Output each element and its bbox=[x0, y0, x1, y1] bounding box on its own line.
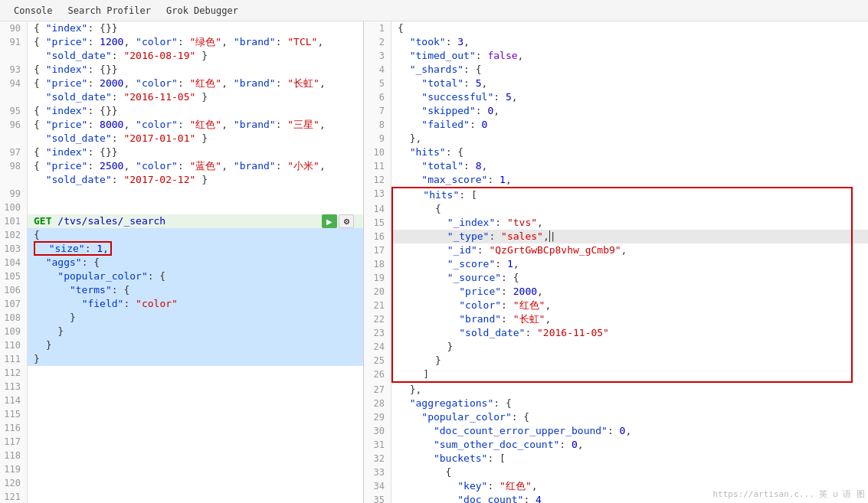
line-content: "sold_date": "2016-11-05" } bbox=[28, 90, 363, 104]
left-line-96[interactable]: 96{ "price": 8000, "color": "红色", "brand… bbox=[0, 118, 363, 132]
right-line-number: 22 bbox=[364, 312, 391, 326]
right-line-8: 8 "failed": 0 bbox=[364, 118, 868, 132]
left-line-2[interactable]: "sold_date": "2016-08-19" } bbox=[0, 49, 363, 63]
right-line-number: 34 bbox=[364, 479, 391, 493]
left-line-101[interactable]: 101GET /tvs/sales/_search▶⚙ bbox=[0, 214, 363, 228]
right-line-number: 24 bbox=[364, 340, 391, 354]
left-line-104[interactable]: 104 "aggs": { bbox=[0, 256, 363, 269]
right-line-17: 17 "_id": "QzGrtGwBCp8vhw_gCmb9", bbox=[364, 243, 868, 257]
right-line-32: 32 "buckets": [ bbox=[364, 452, 868, 465]
left-line-93[interactable]: 93{ "index": {}} bbox=[0, 63, 363, 77]
right-line-4: 4 "_shards": { bbox=[364, 63, 868, 77]
tab-grok-debugger[interactable]: Grok Debugger bbox=[159, 2, 246, 19]
line-content: { "price": 2500, "color": "蓝色", "brand":… bbox=[28, 159, 363, 173]
right-line-content: } bbox=[391, 340, 853, 354]
line-content bbox=[28, 490, 363, 503]
right-line-content: { bbox=[391, 465, 868, 479]
right-output-panel: 1{2 "took": 3,3 "timed_out": false,4 "_s… bbox=[364, 21, 868, 503]
left-line-98[interactable]: 98{ "price": 2500, "color": "蓝色", "brand… bbox=[0, 159, 363, 173]
right-line-7: 7 "skipped": 0, bbox=[364, 104, 868, 118]
left-line-11[interactable]: "sold_date": "2017-02-12" } bbox=[0, 173, 363, 187]
right-code-area[interactable]: 1{2 "took": 3,3 "timed_out": false,4 "_s… bbox=[364, 21, 868, 503]
line-number: 109 bbox=[0, 325, 28, 338]
left-line-114[interactable]: 114 bbox=[0, 394, 363, 407]
left-line-100[interactable]: 100 bbox=[0, 201, 363, 214]
left-line-103[interactable]: 103 "size": 1, bbox=[0, 242, 363, 256]
line-content bbox=[28, 462, 363, 476]
line-number: 105 bbox=[0, 269, 28, 283]
right-line-24: 24 } bbox=[364, 340, 868, 354]
line-content bbox=[28, 476, 363, 490]
left-line-95[interactable]: 95{ "index": {}} bbox=[0, 104, 363, 118]
left-code-area[interactable]: 90{ "index": {}}91{ "price": 1200, "colo… bbox=[0, 21, 363, 503]
right-line-content: "doc_count_error_upper_bound": 0, bbox=[391, 424, 868, 438]
left-line-97[interactable]: 97{ "index": {}} bbox=[0, 145, 363, 159]
right-line-31: 31 "sum_other_doc_count": 0, bbox=[364, 438, 868, 452]
line-content: "sold_date": "2016-08-19" } bbox=[28, 49, 363, 63]
left-line-113[interactable]: 113 bbox=[0, 380, 363, 394]
line-number bbox=[0, 49, 28, 63]
tab-search-profiler[interactable]: Search Profiler bbox=[61, 2, 159, 19]
left-line-105[interactable]: 105 "popular_color": { bbox=[0, 269, 363, 283]
right-line-number: 8 bbox=[364, 118, 391, 132]
left-line-117[interactable]: 117 bbox=[0, 435, 363, 449]
right-line-23: 23 "sold_date": "2016-11-05" bbox=[364, 326, 868, 340]
left-line-91[interactable]: 91{ "price": 1200, "color": "绿色", "brand… bbox=[0, 35, 363, 49]
right-line-number: 7 bbox=[364, 104, 391, 118]
right-line-content: "_index": "tvs", bbox=[391, 216, 853, 230]
line-number: 107 bbox=[0, 297, 28, 311]
line-number: 91 bbox=[0, 35, 28, 49]
left-line-99[interactable]: 99 bbox=[0, 187, 363, 201]
line-number bbox=[0, 90, 28, 104]
left-line-119[interactable]: 119 bbox=[0, 462, 363, 476]
line-content bbox=[28, 421, 363, 435]
line-content: { "index": {}} bbox=[28, 63, 363, 77]
right-line-content: "sum_other_doc_count": 0, bbox=[391, 438, 868, 452]
right-line-number: 19 bbox=[364, 271, 391, 285]
left-line-115[interactable]: 115 bbox=[0, 407, 363, 421]
left-line-109[interactable]: 109 } bbox=[0, 325, 363, 338]
left-line-106[interactable]: 106 "terms": { bbox=[0, 283, 363, 297]
run-button[interactable]: ▶ bbox=[322, 214, 337, 228]
line-number: 93 bbox=[0, 63, 28, 77]
line-number: 97 bbox=[0, 145, 28, 159]
right-line-content: "total": 5, bbox=[391, 77, 868, 90]
right-line-content: "brand": "长虹", bbox=[391, 312, 853, 326]
right-line-number: 17 bbox=[364, 243, 391, 257]
right-line-1: 1{ bbox=[364, 21, 868, 35]
right-line-number: 2 bbox=[364, 35, 391, 49]
right-line-content: }, bbox=[391, 132, 868, 145]
right-line-12: 12 "max_score": 1, bbox=[364, 173, 868, 187]
left-line-8[interactable]: "sold_date": "2017-01-01" } bbox=[0, 132, 363, 145]
left-line-108[interactable]: 108 } bbox=[0, 311, 363, 325]
line-number: 95 bbox=[0, 104, 28, 118]
right-line-30: 30 "doc_count_error_upper_bound": 0, bbox=[364, 424, 868, 438]
left-line-112[interactable]: 112 bbox=[0, 366, 363, 380]
left-line-107[interactable]: 107 "field": "color" bbox=[0, 297, 363, 311]
left-line-120[interactable]: 120 bbox=[0, 476, 363, 490]
left-line-90[interactable]: 90{ "index": {}} bbox=[0, 21, 363, 35]
left-line-116[interactable]: 116 bbox=[0, 421, 363, 435]
line-number: 113 bbox=[0, 380, 28, 394]
right-line-number: 20 bbox=[364, 285, 391, 299]
left-line-111[interactable]: 111} bbox=[0, 352, 363, 366]
right-line-14: 14 { bbox=[364, 202, 868, 216]
right-line-25: 25 } bbox=[364, 354, 868, 367]
right-line-22: 22 "brand": "长虹", bbox=[364, 312, 868, 326]
line-number: 114 bbox=[0, 394, 28, 407]
left-line-121[interactable]: 121 bbox=[0, 490, 363, 503]
left-line-110[interactable]: 110 } bbox=[0, 338, 363, 352]
left-line-5[interactable]: "sold_date": "2016-11-05" } bbox=[0, 90, 363, 104]
left-line-102[interactable]: 102{ bbox=[0, 228, 363, 242]
line-content: } bbox=[28, 338, 363, 352]
right-line-number: 11 bbox=[364, 159, 391, 173]
right-line-26: 26 ] bbox=[364, 367, 868, 383]
line-content bbox=[28, 435, 363, 449]
left-line-118[interactable]: 118 bbox=[0, 449, 363, 462]
tab-console[interactable]: Console bbox=[6, 2, 61, 19]
line-content: "field": "color" bbox=[28, 297, 363, 311]
tool-button[interactable]: ⚙ bbox=[339, 214, 354, 228]
right-line-19: 19 "_source": { bbox=[364, 271, 868, 285]
left-line-94[interactable]: 94{ "price": 2000, "color": "红色", "brand… bbox=[0, 77, 363, 90]
line-content: } bbox=[28, 311, 363, 325]
